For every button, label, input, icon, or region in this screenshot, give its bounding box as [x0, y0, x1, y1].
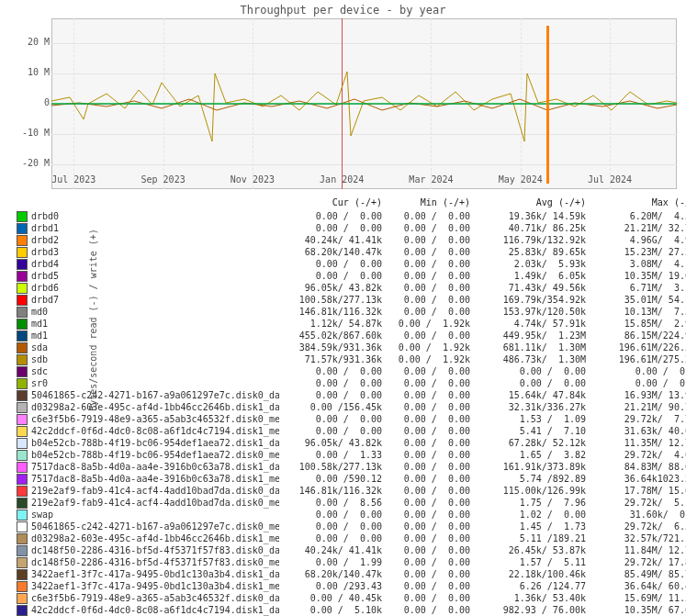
- val-cur: 0.00 / 0.00: [283, 222, 382, 234]
- val-min: 0.00 / 0.00: [386, 210, 470, 222]
- device-name: drbd0: [31, 210, 279, 222]
- val-min: 0.00 / 0.00: [386, 282, 470, 294]
- val-avg: 5.74 /892.89: [474, 473, 586, 485]
- device-name: d03298a2-603e-495c-af4d-1bb46cc2646b.dis…: [31, 401, 279, 413]
- val-cur: 384.59k/931.36k: [283, 342, 382, 353]
- device-name: sda: [31, 342, 279, 353]
- val-max: 0.00 / 0.00: [590, 377, 686, 389]
- val-min: 0.00 / 0.00: [386, 604, 470, 616]
- val-avg: 32.31k/336.27k: [474, 401, 586, 413]
- val-max: 21.21M/ 90.76M: [590, 401, 686, 413]
- val-max: 32.57k/721.10k: [590, 532, 686, 544]
- val-max: 196.61M/275.24M: [590, 353, 686, 365]
- val-avg: 982.93 / 76.00k: [474, 604, 586, 616]
- legend-swatch: [17, 486, 28, 497]
- val-min: 0.00 / 0.00: [386, 473, 470, 485]
- val-max: 6.71M/ 3.18M: [590, 282, 686, 294]
- val-cur: 0.00 / 1.99: [283, 556, 382, 568]
- y-tick: 0: [20, 97, 50, 107]
- val-avg: 116.79k/132.92k: [474, 234, 586, 246]
- val-avg: 0.00 / 0.00: [474, 365, 586, 377]
- legend-swatch: [17, 605, 28, 616]
- x-tick: Jul 2023: [51, 174, 96, 185]
- legend-swatch: [17, 271, 28, 282]
- val-min: 0.00 / 0.00: [386, 270, 470, 282]
- val-max: 86.15M/224.94M: [590, 330, 686, 342]
- device-name: dc148f50-2286-4316-bf5d-4f5371f57f83.dis…: [31, 544, 279, 556]
- val-cur: 455.02k/867.60k: [283, 330, 382, 342]
- val-avg: 71.43k/ 49.56k: [474, 282, 586, 294]
- val-min: 0.00 / 0.00: [386, 425, 470, 437]
- chart-title: Throughput per device - by year: [0, 0, 686, 18]
- val-avg: 67.28k/ 52.12k: [474, 437, 586, 449]
- val-max: 36.64k1023.29k: [590, 473, 686, 485]
- val-max: 29.72k/ 17.81k: [590, 556, 686, 568]
- val-max: 35.01M/ 54.16M: [590, 294, 686, 306]
- device-name: 219e2af9-fab9-41c4-acf4-4add10bad7da.dis…: [31, 485, 279, 497]
- val-avg: 1.53 / 1.09: [474, 413, 586, 425]
- device-name: 7517dac8-8a5b-4d0a-aa4e-3916b0c63a78.dis…: [31, 473, 279, 485]
- val-min: 0.00 / 0.00: [386, 401, 470, 413]
- legend-swatch: [17, 223, 28, 234]
- val-cur: 0.00 / 40.45k: [283, 592, 382, 604]
- val-min: 0.00 / 0.00: [386, 413, 470, 425]
- val-cur: 0.00 / 0.00: [283, 425, 382, 437]
- legend-row: c6e3f5b6-7919-48e9-a365-a5ab3c46532f.dis…: [17, 592, 677, 604]
- val-cur: 0.00 / 0.00: [283, 509, 382, 521]
- val-avg: 1.36k/ 53.40k: [474, 592, 586, 604]
- val-cur: 40.24k/ 41.41k: [283, 234, 382, 246]
- device-name: 50461865-c242-4271-b167-a9a061297e7c.dis…: [31, 521, 279, 532]
- device-name: sdc: [31, 365, 279, 377]
- val-avg: 1.75 / 7.96: [474, 497, 586, 509]
- device-name: b04e52cb-788b-4f19-bc06-954def1aea72.dis…: [31, 437, 279, 449]
- val-max: 29.72k/ 4.69k: [590, 449, 686, 461]
- legend-row: md1455.02k/867.60k0.00 / 0.00449.95k/ 1.…: [17, 330, 677, 342]
- x-tick: Jul 2024: [588, 174, 632, 185]
- legend-row: dc148f50-2286-4316-bf5d-4f5371f57f83.dis…: [17, 556, 677, 568]
- val-avg: 1.45 / 1.73: [474, 521, 586, 532]
- legend-swatch: [17, 533, 28, 544]
- val-cur: 0.00 / 0.00: [283, 210, 382, 222]
- device-name: 3422aef1-3f7c-417a-9495-0bd1c130a3b4.dis…: [31, 580, 279, 592]
- legend-row: b04e52cb-788b-4f19-bc06-954def1aea72.dis…: [17, 449, 677, 461]
- val-cur: 146.81k/116.32k: [283, 306, 382, 318]
- device-name: sdb: [31, 353, 279, 365]
- val-max: 15.69M/ 11.50M: [590, 592, 686, 604]
- device-name: drbd4: [31, 258, 279, 270]
- legend-row: 3422aef1-3f7c-417a-9495-0bd1c130a3b4.dis…: [17, 568, 677, 580]
- val-min: 0.00 / 0.00: [386, 389, 470, 401]
- legend-row: 50461865-c242-4271-b167-a9a061297e7c.dis…: [17, 389, 677, 401]
- legend-row: drbd7100.58k/277.13k0.00 / 0.00169.79k/3…: [17, 294, 677, 306]
- legend-swatch: [17, 450, 28, 461]
- legend-row: d03298a2-603e-495c-af4d-1bb46cc2646b.dis…: [17, 401, 677, 413]
- legend-row: b04e52cb-788b-4f19-bc06-954def1aea72.dis…: [17, 437, 677, 449]
- val-max: 31.60k/ 0.00: [590, 509, 686, 521]
- legend-swatch: [17, 330, 28, 342]
- val-max: 3.08M/ 4.11M: [590, 258, 686, 270]
- val-cur: 0.00 / 0.00: [283, 258, 382, 270]
- val-max: 10.13M/ 7.36M: [590, 306, 686, 318]
- device-name: drbd1: [31, 222, 279, 234]
- val-min: 0.00 / 0.00: [386, 437, 470, 449]
- val-cur: 0.00 / 0.00: [283, 532, 382, 544]
- val-min: 0.00 / 0.00: [386, 294, 470, 306]
- legend-row: 7517dac8-8a5b-4d0a-aa4e-3916b0c63a78.dis…: [17, 473, 677, 485]
- val-min: 0.00 / 1.92k: [386, 342, 470, 353]
- legend-row: drbd240.24k/ 41.41k0.00 / 0.00116.79k/13…: [17, 234, 677, 246]
- device-name: drbd5: [31, 270, 279, 282]
- val-cur: 0.00 / 1.33: [283, 449, 382, 461]
- val-cur: 68.20k/140.47k: [283, 568, 382, 580]
- legend-swatch: [17, 319, 28, 330]
- legend-swatch: [17, 426, 28, 437]
- device-name: drbd3: [31, 246, 279, 258]
- val-min: 0.00 / 0.00: [386, 365, 470, 377]
- legend-swatch: [17, 295, 28, 306]
- val-min: 0.00 / 0.00: [386, 521, 470, 532]
- val-avg: 161.91k/373.89k: [474, 461, 586, 473]
- val-min: 0.00 / 0.00: [386, 497, 470, 509]
- val-max: 0.00 / 0.00: [590, 365, 686, 377]
- val-max: 84.83M/ 88.62M: [590, 461, 686, 473]
- legend-row: 3422aef1-3f7c-417a-9495-0bd1c130a3b4.dis…: [17, 580, 677, 592]
- x-tick: Mar 2024: [409, 174, 453, 185]
- legend-row: md11.12k/ 54.87k0.00 / 1.92k4.74k/ 57.91…: [17, 318, 677, 330]
